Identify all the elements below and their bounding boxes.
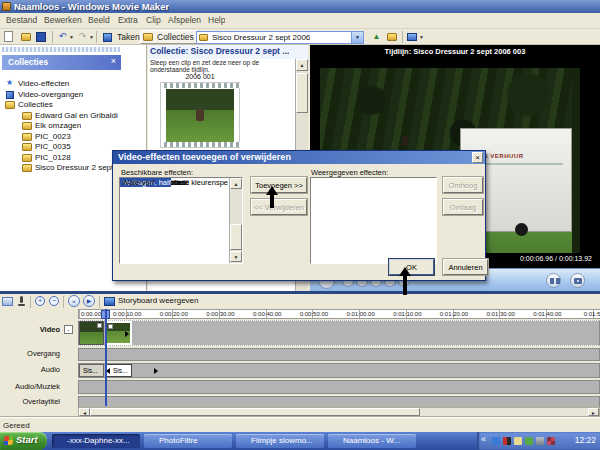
- storyboard-view-button[interactable]: Storyboard weergeven: [118, 296, 199, 305]
- new-folder-icon: [387, 33, 397, 41]
- remove-effect-button[interactable]: << Verwijderen: [251, 199, 307, 215]
- collapse-video-track-button[interactable]: -: [64, 325, 73, 334]
- narration-button[interactable]: [16, 296, 28, 307]
- taken-button[interactable]: Taken: [100, 30, 145, 44]
- preview-title: Tijdlijn: Sisco Dressuur 2 sept 2006 003: [310, 47, 600, 56]
- effects-list-scrollbar[interactable]: ▲ ▼: [229, 178, 242, 263]
- timeline-ruler[interactable]: 0:00.00 0:00:10.00 0:00:20.00 0:00:30.00…: [78, 309, 600, 319]
- sidebar-item-elk-omzagen[interactable]: Elk omzagen: [0, 121, 147, 132]
- menu-bewerken[interactable]: Bewerken: [44, 15, 82, 25]
- scrollbar-thumb[interactable]: [296, 73, 308, 113]
- undo-dropdown-icon[interactable]: ▼: [69, 34, 74, 40]
- scroll-up-icon[interactable]: ▲: [296, 59, 308, 71]
- timeline-horizontal-scrollbar[interactable]: ◄ ►: [78, 407, 600, 417]
- redo-button[interactable]: ↷: [76, 31, 89, 43]
- tray-app-icon[interactable]: [503, 437, 511, 445]
- displayed-effects-list[interactable]: [310, 177, 437, 264]
- playhead-line[interactable]: [105, 309, 107, 406]
- toolbar-separator: [63, 296, 64, 308]
- zoom-in-button[interactable]: +: [35, 296, 45, 306]
- ruler-label: 0:01:20.00: [440, 311, 468, 317]
- open-project-button[interactable]: [20, 31, 33, 43]
- zoom-out-button[interactable]: −: [49, 296, 59, 306]
- task-button-filmpje[interactable]: Filmpje slowmo...: [236, 434, 324, 448]
- sidebar-item-edward-gal[interactable]: Edward Gal en Gribaldi: [0, 111, 147, 122]
- start-button[interactable]: Start: [0, 432, 47, 450]
- tray-display-icon[interactable]: [536, 437, 544, 445]
- clip-thumbnail[interactable]: [160, 82, 240, 148]
- sidebar-item-video-effecten[interactable]: ★ Video-effecten: [0, 79, 147, 90]
- collection-combobox[interactable]: Sisco Dressuur 2 sept 2006 ▼: [196, 31, 364, 44]
- panel-gripper[interactable]: [2, 47, 120, 52]
- up-one-level-button[interactable]: ▲: [370, 31, 383, 43]
- effect-item[interactable]: Waterverf: [120, 178, 154, 187]
- available-effects-list[interactable]: Spiegelen, verticaal Tint, gaat langs he…: [119, 177, 243, 264]
- scroll-down-icon[interactable]: ▼: [230, 251, 242, 262]
- task-button-daphne[interactable]: -xxx-Daphne-xx...: [52, 434, 140, 448]
- menu-beeld[interactable]: Beeld: [88, 15, 110, 25]
- ruler-label: 0:01:00.00: [346, 311, 374, 317]
- close-panel-icon[interactable]: ×: [108, 56, 119, 66]
- undo-button[interactable]: ↶: [56, 31, 69, 43]
- collecties-button[interactable]: Collecties: [140, 30, 199, 44]
- tray-app-icon[interactable]: [547, 437, 555, 445]
- audio-track[interactable]: Sis... Sis...: [78, 363, 600, 378]
- video-clip-2-selected[interactable]: [105, 321, 132, 345]
- task-button-naamloos[interactable]: Naamloos - W...: [328, 434, 416, 448]
- tray-app-icon[interactable]: [525, 437, 533, 445]
- clip-name-label: 2006 001: [160, 73, 240, 80]
- dialog-close-icon[interactable]: ×: [472, 152, 483, 163]
- task-button-photofiltre[interactable]: PhotoFiltre: [144, 434, 232, 448]
- scrollbar-thumb[interactable]: [230, 224, 242, 250]
- tray-app-icon[interactable]: [514, 437, 522, 445]
- timeline-options-button[interactable]: [2, 296, 14, 307]
- scroll-left-icon[interactable]: ◄: [79, 408, 90, 416]
- sidebar-item-video-overgangen[interactable]: Video-overgangen: [0, 90, 147, 101]
- scroll-right-icon[interactable]: ►: [588, 408, 599, 416]
- menu-extra[interactable]: Extra: [118, 15, 138, 25]
- arrow-stem: [270, 194, 274, 208]
- save-project-button[interactable]: [36, 31, 49, 43]
- menu-afspelen[interactable]: Afspelen: [168, 15, 201, 25]
- ruler-label: 0:01:30.00: [487, 311, 515, 317]
- windows-flag-icon: [4, 436, 14, 445]
- ok-button[interactable]: OK: [389, 259, 434, 275]
- split-clip-button[interactable]: [546, 273, 561, 288]
- combo-dropdown-button[interactable]: ▼: [351, 32, 363, 43]
- collections-panel-title: Collecties: [8, 57, 48, 67]
- video-track[interactable]: [78, 320, 600, 346]
- views-button[interactable]: [406, 31, 419, 43]
- scroll-up-icon[interactable]: ▲: [230, 178, 242, 189]
- audio-clip-1[interactable]: Sis...: [79, 364, 104, 377]
- take-picture-button[interactable]: [570, 273, 585, 288]
- scrollbar-thumb[interactable]: [90, 408, 420, 416]
- menu-bestand[interactable]: Bestand: [6, 15, 37, 25]
- sidebar-item-collecties[interactable]: Collecties: [0, 100, 147, 111]
- audio-music-track[interactable]: [78, 380, 600, 394]
- redo-dropdown-icon[interactable]: ▼: [89, 34, 94, 40]
- new-project-button[interactable]: [4, 31, 17, 43]
- ruler-label: 0:00:20.00: [160, 311, 188, 317]
- add-effect-button[interactable]: Toevoegen >>: [251, 177, 307, 193]
- cancel-button[interactable]: Annuleren: [443, 259, 488, 275]
- open-folder-icon: [21, 33, 31, 41]
- play-timeline-button[interactable]: ▶: [83, 295, 95, 307]
- tray-chevron-icon[interactable]: «: [481, 434, 486, 444]
- status-text: Gereed: [3, 421, 30, 430]
- trim-handle-icon[interactable]: [154, 368, 158, 374]
- tray-msn-icon[interactable]: [492, 437, 500, 445]
- new-collection-folder-button[interactable]: [386, 31, 399, 43]
- menu-clip[interactable]: Clip: [146, 15, 161, 25]
- views-grid-icon: [407, 33, 417, 41]
- views-dropdown-icon[interactable]: ▼: [419, 34, 424, 40]
- menu-help[interactable]: Help: [208, 15, 225, 25]
- sidebar-item-pic-0023[interactable]: PIC_0023: [0, 132, 147, 143]
- video-clip-1[interactable]: [79, 321, 104, 345]
- move-down-button[interactable]: Omlaag: [443, 199, 483, 215]
- rewind-timeline-button[interactable]: «: [68, 295, 80, 307]
- dialog-titlebar: Video-effecten toevoegen of verwijderen …: [113, 151, 485, 164]
- move-up-button[interactable]: Omhoog: [443, 177, 483, 193]
- trim-handle-icon[interactable]: [125, 331, 129, 337]
- transition-track[interactable]: [78, 348, 600, 361]
- ruler-label: 0:01:10.00: [393, 311, 421, 317]
